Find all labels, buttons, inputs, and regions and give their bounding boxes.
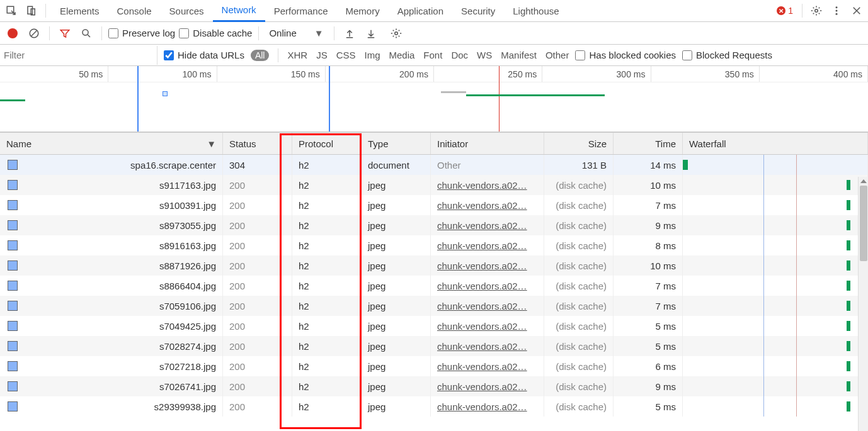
type-filter-js[interactable]: JS xyxy=(316,50,328,60)
timeline-overview[interactable]: 50 ms100 ms150 ms200 ms250 ms300 ms350 m… xyxy=(0,66,868,132)
table-row[interactable]: s7028274.jpg200h2jpegchunk-vendors.a02…(… xyxy=(0,336,868,356)
type-filter-font[interactable]: Font xyxy=(423,50,442,60)
waterfall-load-line xyxy=(796,255,797,276)
cell-size: (disk cache) xyxy=(544,376,614,396)
timeline-tick: 400 ms xyxy=(760,66,868,82)
cell-name: s8871926.jpg xyxy=(0,255,223,276)
table-row[interactable]: s29399938.jpg200h2jpegchunk-vendors.a02…… xyxy=(0,396,868,417)
cell-protocol: h2 xyxy=(292,155,362,175)
column-protocol[interactable]: Protocol xyxy=(292,133,362,154)
clear-button[interactable] xyxy=(25,25,43,42)
cell-type: jpeg xyxy=(362,195,431,215)
filter-input[interactable] xyxy=(0,46,157,65)
type-filter-css[interactable]: CSS xyxy=(336,50,356,60)
table-row[interactable]: spa16.scrape.center304h2documentOther131… xyxy=(0,155,868,175)
preserve-log-checkbox[interactable]: Preserve log xyxy=(108,28,175,38)
search-icon[interactable] xyxy=(77,25,95,42)
table-row[interactable]: s9100391.jpg200h2jpegchunk-vendors.a02…(… xyxy=(0,195,868,215)
blocked-requests-checkbox[interactable]: Blocked Requests xyxy=(682,50,772,60)
column-status[interactable]: Status xyxy=(223,133,292,154)
inspect-icon[interactable] xyxy=(3,2,20,20)
scrollbar[interactable] xyxy=(858,177,868,431)
type-filter-media[interactable]: Media xyxy=(389,50,415,60)
tab-lighthouse[interactable]: Lighthouse xyxy=(504,0,568,22)
initiator-link[interactable]: chunk-vendors.a02… xyxy=(437,301,527,311)
tab-network[interactable]: Network xyxy=(213,0,265,22)
waterfall-domcontent-line xyxy=(763,276,764,296)
hide-data-urls-checkbox[interactable]: Hide data URLs xyxy=(164,50,244,60)
throttling-select[interactable]: Online ▼ xyxy=(265,28,327,38)
settings-icon[interactable] xyxy=(808,2,825,20)
waterfall-load-line xyxy=(796,155,797,175)
type-all[interactable]: All xyxy=(251,50,270,61)
initiator-link[interactable]: chunk-vendors.a02… xyxy=(437,381,527,392)
initiator-link[interactable]: chunk-vendors.a02… xyxy=(437,281,527,291)
type-filter-ws[interactable]: WS xyxy=(477,50,492,60)
kebab-menu-icon[interactable] xyxy=(828,2,845,20)
initiator-link[interactable]: chunk-vendors.a02… xyxy=(437,240,527,251)
upload-har-icon[interactable] xyxy=(341,25,358,42)
initiator-link[interactable]: chunk-vendors.a02… xyxy=(437,321,527,332)
type-filter-manifest[interactable]: Manifest xyxy=(501,50,537,60)
initiator-link[interactable]: chunk-vendors.a02… xyxy=(437,220,527,231)
type-filter-doc[interactable]: Doc xyxy=(451,50,468,60)
scroll-thumb[interactable] xyxy=(860,186,867,261)
column-waterfall[interactable]: Waterfall xyxy=(683,133,868,154)
tab-elements[interactable]: Elements xyxy=(51,0,108,22)
column-size[interactable]: Size xyxy=(544,133,614,154)
error-count-badge[interactable]: ✕ 1 xyxy=(773,6,797,16)
type-filter-img[interactable]: Img xyxy=(364,50,380,60)
column-type[interactable]: Type xyxy=(362,133,431,154)
cell-name: s7027218.jpg xyxy=(0,356,223,376)
table-row[interactable]: s9117163.jpg200h2jpegchunk-vendors.a02…(… xyxy=(0,175,868,195)
column-initiator[interactable]: Initiator xyxy=(431,133,544,154)
column-name[interactable]: Name ▼ xyxy=(0,133,223,154)
separator xyxy=(101,26,102,40)
table-row[interactable]: s7027218.jpg200h2jpegchunk-vendors.a02…(… xyxy=(0,356,868,376)
record-button[interactable] xyxy=(4,25,21,42)
waterfall-domcontent-line xyxy=(763,155,764,175)
initiator-link[interactable]: chunk-vendors.a02… xyxy=(437,341,527,352)
tab-sources[interactable]: Sources xyxy=(161,0,213,22)
cell-status: 200 xyxy=(223,396,292,417)
initiator-link[interactable]: chunk-vendors.a02… xyxy=(437,260,527,271)
has-blocked-cookies-checkbox[interactable]: Has blocked cookies xyxy=(575,50,676,60)
tab-performance[interactable]: Performance xyxy=(265,0,337,22)
initiator-link[interactable]: chunk-vendors.a02… xyxy=(437,200,527,211)
table-row[interactable]: s8866404.jpg200h2jpegchunk-vendors.a02…(… xyxy=(0,276,868,296)
cell-initiator: chunk-vendors.a02… xyxy=(431,276,544,296)
table-row[interactable]: s8871926.jpg200h2jpegchunk-vendors.a02…(… xyxy=(0,255,868,276)
cell-status: 200 xyxy=(223,276,292,296)
table-row[interactable]: s7026741.jpg200h2jpegchunk-vendors.a02…(… xyxy=(0,376,868,396)
device-toggle-icon[interactable] xyxy=(23,2,40,20)
settings-gear-icon[interactable] xyxy=(387,25,405,42)
cell-waterfall xyxy=(683,296,868,316)
close-icon[interactable] xyxy=(848,2,865,20)
svg-point-8 xyxy=(83,30,88,35)
separator xyxy=(258,26,259,40)
waterfall-domcontent-line xyxy=(763,175,764,195)
initiator-link[interactable]: chunk-vendors.a02… xyxy=(437,180,527,191)
tab-memory[interactable]: Memory xyxy=(337,0,389,22)
filter-icon[interactable] xyxy=(56,25,74,42)
network-toolbar: Preserve log Disable cache Online ▼ xyxy=(0,22,868,45)
table-row[interactable]: s7049425.jpg200h2jpegchunk-vendors.a02…(… xyxy=(0,316,868,336)
waterfall-domcontent-line xyxy=(763,296,764,316)
cell-status: 304 xyxy=(223,155,292,175)
disable-cache-checkbox[interactable]: Disable cache xyxy=(179,28,252,38)
tab-application[interactable]: Application xyxy=(389,0,452,22)
column-time[interactable]: Time xyxy=(614,133,683,154)
table-row[interactable]: s7059106.jpg200h2jpegchunk-vendors.a02…(… xyxy=(0,296,868,316)
tab-console[interactable]: Console xyxy=(108,0,161,22)
file-icon xyxy=(8,160,18,170)
type-filter-xhr[interactable]: XHR xyxy=(287,50,307,60)
table-row[interactable]: s8916163.jpg200h2jpegchunk-vendors.a02…(… xyxy=(0,235,868,255)
download-har-icon[interactable] xyxy=(362,25,380,42)
cell-name: s9100391.jpg xyxy=(0,195,223,215)
type-filter-other[interactable]: Other xyxy=(545,50,569,60)
tab-security[interactable]: Security xyxy=(452,0,504,22)
initiator-link[interactable]: chunk-vendors.a02… xyxy=(437,401,527,412)
initiator-link[interactable]: chunk-vendors.a02… xyxy=(437,361,527,372)
chevron-down-icon: ▼ xyxy=(207,138,216,149)
table-row[interactable]: s8973055.jpg200h2jpegchunk-vendors.a02…(… xyxy=(0,215,868,235)
